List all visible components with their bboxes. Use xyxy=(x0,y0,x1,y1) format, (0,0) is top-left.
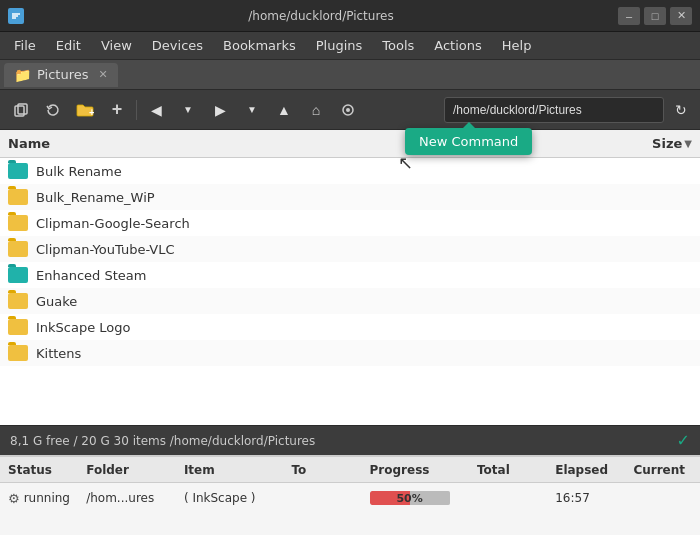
progress-bar: 50% xyxy=(370,491,450,505)
bcol-total-header: Total xyxy=(477,463,555,477)
tab-close-button[interactable]: ✕ xyxy=(98,68,107,81)
tab-folder-icon: 📁 xyxy=(14,67,31,83)
forward-dropdown[interactable]: ▼ xyxy=(237,96,267,124)
app-icon xyxy=(8,8,24,24)
bottom-elapsed-cell: 16:57 xyxy=(555,491,633,505)
bcol-status-header: Status xyxy=(8,463,86,477)
menu-view[interactable]: View xyxy=(91,34,142,57)
bottom-folder-cell: /hom...ures xyxy=(86,491,184,505)
window-title: /home/ducklord/Pictures xyxy=(24,9,618,23)
copy-button[interactable] xyxy=(6,96,36,124)
refresh-left-button[interactable] xyxy=(38,96,68,124)
progress-label: 50% xyxy=(370,492,450,505)
statusbar-info: 8,1 G free / 20 G 30 items /home/ducklor… xyxy=(10,434,315,448)
list-item[interactable]: Bulk Rename xyxy=(0,158,700,184)
bcol-current-header: Current xyxy=(633,463,692,477)
bottom-column-headers: Status Folder Item To Progress Total Ela… xyxy=(0,457,700,483)
main-content: Name Size ▼ Bulk Rename Bulk_Rename_WiP … xyxy=(0,130,700,425)
bcol-folder-header: Folder xyxy=(86,463,184,477)
titlebar: /home/ducklord/Pictures – □ ✕ xyxy=(0,0,700,32)
menu-file[interactable]: File xyxy=(4,34,46,57)
column-headers: Name Size ▼ xyxy=(0,130,700,158)
list-item[interactable]: Kittens xyxy=(0,340,700,366)
forward-button[interactable]: ▶ xyxy=(205,96,235,124)
folder-icon xyxy=(8,163,28,179)
close-button[interactable]: ✕ xyxy=(670,7,692,25)
menu-actions[interactable]: Actions xyxy=(424,34,492,57)
list-item[interactable]: InkScape Logo xyxy=(0,314,700,340)
folder-icon xyxy=(8,319,28,335)
tab-pictures[interactable]: 📁 Pictures ✕ xyxy=(4,63,118,87)
svg-text:+: + xyxy=(89,107,94,118)
folder-icon xyxy=(8,267,28,283)
up-button[interactable]: ▲ xyxy=(269,96,299,124)
maximize-button[interactable]: □ xyxy=(644,7,666,25)
svg-point-5 xyxy=(346,108,350,112)
file-name: Clipman-YouTube-VLC xyxy=(36,242,175,257)
bookmark-button[interactable] xyxy=(333,96,363,124)
bcol-progress-header: Progress xyxy=(370,463,477,477)
bottom-item-value: ( InkScape ) xyxy=(184,491,256,505)
address-input[interactable] xyxy=(444,97,664,123)
bottom-status-value: running xyxy=(24,491,70,505)
toolbar: + + ◀ ▼ ▶ ▼ ▲ ⌂ ↻ New Command ↖ xyxy=(0,90,700,130)
list-item[interactable]: Clipman-YouTube-VLC xyxy=(0,236,700,262)
file-name: Kittens xyxy=(36,346,81,361)
window-controls: – □ ✕ xyxy=(618,7,692,25)
file-name: Guake xyxy=(36,294,77,309)
list-item[interactable]: Clipman-Google-Search xyxy=(0,210,700,236)
statusbar-check-icon: ✓ xyxy=(677,431,690,450)
file-name: Clipman-Google-Search xyxy=(36,216,190,231)
statusbar: 8,1 G free / 20 G 30 items /home/ducklor… xyxy=(0,425,700,455)
col-size-header[interactable]: Size ▼ xyxy=(652,136,692,151)
address-bar-container: ↻ xyxy=(444,97,694,123)
bottom-item-cell: ( InkScape ) xyxy=(184,491,291,505)
add-button[interactable]: + xyxy=(102,96,132,124)
file-name: Bulk_Rename_WiP xyxy=(36,190,155,205)
folder-icon xyxy=(8,293,28,309)
bottom-folder-value: /hom...ures xyxy=(86,491,154,505)
back-button[interactable]: ◀ xyxy=(141,96,171,124)
bcol-elapsed-header: Elapsed xyxy=(555,463,633,477)
file-name: InkScape Logo xyxy=(36,320,131,335)
menu-edit[interactable]: Edit xyxy=(46,34,91,57)
folder-icon xyxy=(8,189,28,205)
bottom-panel: Status Folder Item To Progress Total Ela… xyxy=(0,455,700,535)
menu-bookmarks[interactable]: Bookmarks xyxy=(213,34,306,57)
bottom-elapsed-value: 16:57 xyxy=(555,491,590,505)
list-item[interactable]: Enhanced Steam xyxy=(0,262,700,288)
bottom-row: ⚙ running /hom...ures ( InkScape ) 50% 1… xyxy=(0,483,700,513)
new-folder-button[interactable]: + xyxy=(70,96,100,124)
minimize-button[interactable]: – xyxy=(618,7,640,25)
file-name: Bulk Rename xyxy=(36,164,122,179)
menu-help[interactable]: Help xyxy=(492,34,542,57)
bottom-status-cell: ⚙ running xyxy=(8,491,86,506)
file-name: Enhanced Steam xyxy=(36,268,146,283)
col-size-label: Size xyxy=(652,136,682,151)
toolbar-separator-1 xyxy=(136,100,137,120)
bcol-to-header: To xyxy=(291,463,369,477)
folder-icon xyxy=(8,215,28,231)
gear-icon: ⚙ xyxy=(8,491,20,506)
menu-plugins[interactable]: Plugins xyxy=(306,34,373,57)
file-list: Bulk Rename Bulk_Rename_WiP Clipman-Goog… xyxy=(0,158,700,425)
tabbar: 📁 Pictures ✕ xyxy=(0,60,700,90)
col-name-header: Name xyxy=(8,136,652,151)
back-dropdown[interactable]: ▼ xyxy=(173,96,203,124)
tab-label: Pictures xyxy=(37,67,88,82)
menu-tools[interactable]: Tools xyxy=(372,34,424,57)
toolbar-refresh-button[interactable]: ↻ xyxy=(668,97,694,123)
sort-arrow-icon: ▼ xyxy=(684,138,692,149)
list-item[interactable]: Guake xyxy=(0,288,700,314)
menubar: File Edit View Devices Bookmarks Plugins… xyxy=(0,32,700,60)
bottom-progress-cell: 50% xyxy=(370,491,477,505)
bcol-item-header: Item xyxy=(184,463,291,477)
folder-icon xyxy=(8,345,28,361)
menu-devices[interactable]: Devices xyxy=(142,34,213,57)
list-item[interactable]: Bulk_Rename_WiP xyxy=(0,184,700,210)
folder-icon xyxy=(8,241,28,257)
home-button[interactable]: ⌂ xyxy=(301,96,331,124)
